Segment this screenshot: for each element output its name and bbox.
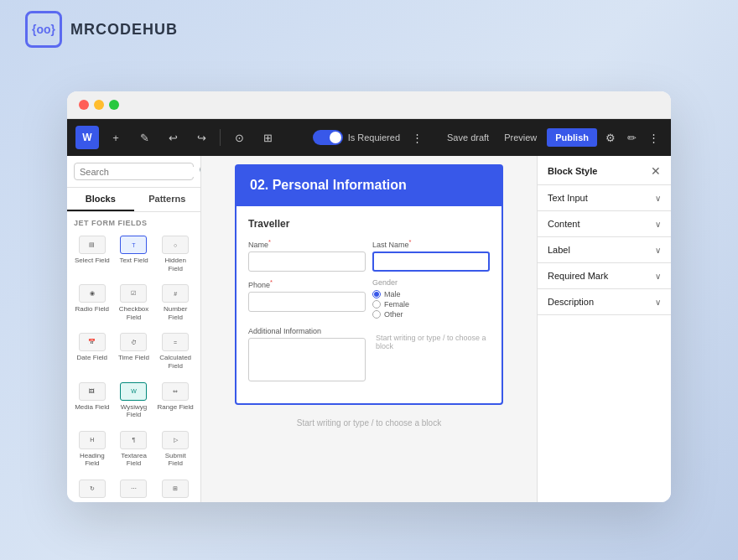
gender-male-option[interactable]: Male xyxy=(372,290,490,298)
right-panel-header: Block Style ✕ xyxy=(538,156,671,185)
block-item-radio[interactable]: ◉ Radio Field xyxy=(72,279,112,326)
editor-layout: W + ✎ ↩ ↪ ⊙ ⊞ Is Requiered ⋮ Save draft … xyxy=(67,119,671,502)
right-panel-title: Block Style xyxy=(548,166,597,176)
search-input[interactable] xyxy=(80,167,195,177)
last-name-field-label: Last Name* xyxy=(372,238,490,249)
browser-chrome xyxy=(67,91,671,119)
is-required-toggle[interactable]: Is Requiered xyxy=(313,130,400,145)
block-item-repeater[interactable]: ↻ Repeater Field xyxy=(72,474,112,502)
submit-field-icon: ▷ xyxy=(162,431,189,449)
block-item-wysiwyg[interactable]: W Wysiwyg Field xyxy=(114,377,154,424)
block-item-calculated[interactable]: = Calculated Field xyxy=(155,328,195,375)
last-name-input[interactable] xyxy=(372,251,490,272)
undo-button[interactable]: ↩ xyxy=(161,126,184,149)
list-view-button[interactable]: ⊙ xyxy=(227,126,251,149)
required-mark-row[interactable]: Required Mark ∨ xyxy=(538,263,671,288)
text-input-row[interactable]: Text Input ∨ xyxy=(538,185,671,210)
top-bar: {oo} MRCODEHUB xyxy=(0,0,738,59)
right-panel: Block Style ✕ Text Input ∨ Content ∨ xyxy=(537,156,671,502)
description-label: Description xyxy=(548,297,594,307)
content-row[interactable]: Content ∨ xyxy=(538,211,671,236)
dot-green[interactable] xyxy=(109,100,119,110)
block-item-time[interactable]: ⏱ Time Field xyxy=(114,328,154,375)
block-item-date[interactable]: 📅 Date Field xyxy=(72,328,112,375)
wp-toolbar: W + ✎ ↩ ↪ ⊙ ⊞ Is Requiered ⋮ Save draft … xyxy=(67,119,671,156)
block-label: Checkbox Field xyxy=(116,305,153,321)
additional-info-textarea[interactable] xyxy=(248,338,366,381)
canvas-block: 02. Personal Information Traveller Name* xyxy=(235,164,503,436)
more-icon[interactable]: ⋮ xyxy=(645,128,663,148)
block-item-submit[interactable]: ▷ Submit Field xyxy=(155,426,195,473)
edit-button[interactable]: ✎ xyxy=(133,126,156,149)
group-break-field-icon: ⊞ xyxy=(162,480,189,498)
toggle-button[interactable]: ⊞ xyxy=(256,126,279,149)
radio-other[interactable] xyxy=(372,310,381,319)
block-label: Time Field xyxy=(118,354,149,362)
browser-window: W + ✎ ↩ ↪ ⊙ ⊞ Is Requiered ⋮ Save draft … xyxy=(67,91,671,502)
redo-button[interactable]: ↪ xyxy=(190,126,213,149)
radio-male[interactable] xyxy=(372,290,381,298)
chevron-text-input: ∨ xyxy=(655,194,661,203)
main-canvas[interactable]: 02. Personal Information Traveller Name* xyxy=(201,156,537,502)
chevron-description: ∨ xyxy=(655,298,661,307)
block-item-checkbox[interactable]: ☑ Checkbox Field xyxy=(114,279,154,326)
toggle-switch[interactable] xyxy=(313,130,343,145)
required-mark-label: Required Mark xyxy=(548,271,608,281)
dot-red[interactable] xyxy=(79,100,89,110)
main-area: W + ✎ ↩ ↪ ⊙ ⊞ Is Requiered ⋮ Save draft … xyxy=(0,59,738,560)
toolbar-actions: Save draft Preview Publish ⚙ ✏ ⋮ xyxy=(442,128,663,148)
last-name-group: Last Name* xyxy=(372,238,490,272)
style-icon[interactable]: ✏ xyxy=(624,128,640,148)
label-row[interactable]: Label ∨ xyxy=(538,237,671,262)
publish-button[interactable]: Publish xyxy=(547,128,597,147)
label-label: Label xyxy=(548,245,570,255)
block-item-media[interactable]: 🖼 Media Field xyxy=(72,377,112,424)
tab-patterns[interactable]: Patterns xyxy=(134,188,201,211)
tab-blocks[interactable]: Blocks xyxy=(67,188,134,211)
block-item-hidden[interactable]: ○ Hidden Field xyxy=(155,231,195,277)
block-label: Select Field xyxy=(75,257,110,265)
gender-other-option[interactable]: Other xyxy=(372,310,490,319)
save-draft-button[interactable]: Save draft xyxy=(442,129,494,146)
block-item-form-break[interactable]: ⋯ Form Break Field xyxy=(114,474,154,502)
name-input[interactable] xyxy=(248,251,366,272)
block-item-text[interactable]: T Text Field xyxy=(114,231,154,277)
phone-group: Phone* xyxy=(248,278,366,320)
add-button[interactable]: + xyxy=(104,126,127,149)
description-row[interactable]: Description ∨ xyxy=(538,289,671,314)
calculated-field-icon: = xyxy=(162,333,189,351)
name-field-label: Name* xyxy=(248,238,366,249)
close-panel-button[interactable]: ✕ xyxy=(651,164,661,178)
block-item-heading[interactable]: H Heading Field xyxy=(72,426,112,473)
preview-button[interactable]: Preview xyxy=(499,129,542,146)
form-header-block: 02. Personal Information xyxy=(235,164,503,206)
radio-female[interactable] xyxy=(372,300,381,309)
phone-input[interactable] xyxy=(248,292,366,312)
dot-yellow[interactable] xyxy=(94,100,104,110)
panel-section-text-input: Text Input ∨ xyxy=(538,185,671,211)
time-field-icon: ⏱ xyxy=(120,333,147,351)
chevron-content: ∨ xyxy=(655,220,661,229)
form-break-field-icon: ⋯ xyxy=(120,480,147,498)
block-item-select[interactable]: ▤ Select Field xyxy=(72,231,112,277)
traveller-label: Traveller xyxy=(248,218,490,230)
gender-female-option[interactable]: Female xyxy=(372,300,490,309)
block-item-group-break[interactable]: ⊞ Group Break Field xyxy=(155,474,195,502)
search-input-wrap[interactable]: 🔍 xyxy=(74,163,194,180)
more-options-button[interactable]: ⋮ xyxy=(405,126,429,149)
block-label: Wysiwyg Field xyxy=(116,403,153,419)
block-item-textarea[interactable]: ¶ Textarea Field xyxy=(114,426,154,473)
divider-1 xyxy=(220,129,221,146)
additional-info-group: Additional Information xyxy=(248,327,366,385)
wp-logo: W xyxy=(75,126,99,149)
block-label: Form Break Field xyxy=(116,500,153,502)
chevron-label: ∨ xyxy=(655,246,661,255)
left-sidebar: 🔍 Blocks Patterns JET FORM FIELDS ▤ Sele… xyxy=(67,156,201,502)
range-field-icon: ⇔ xyxy=(162,382,189,401)
settings-icon[interactable]: ⚙ xyxy=(602,128,619,148)
canvas-placeholder: Start writing or type / to choose a bloc… xyxy=(235,410,503,436)
block-item-range[interactable]: ⇔ Range Field xyxy=(155,377,195,424)
phone-field-label: Phone* xyxy=(248,278,366,289)
block-item-number[interactable]: # Number Field xyxy=(155,279,195,326)
wysiwyg-field-icon: W xyxy=(120,382,147,401)
